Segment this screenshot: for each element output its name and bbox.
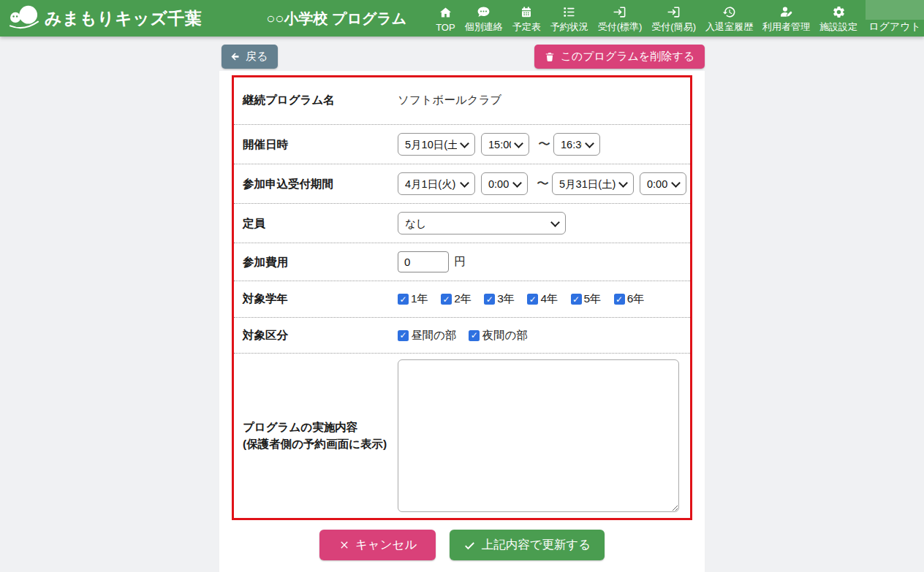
calendar-icon bbox=[520, 4, 533, 19]
schedule-start-time-select[interactable]: 15:00 bbox=[481, 133, 529, 156]
sign-in-icon bbox=[613, 4, 626, 19]
checkbox-checked-icon bbox=[527, 294, 538, 305]
grade-1-checkbox[interactable]: 1年 bbox=[398, 291, 428, 307]
form-row-fee: 参加費用 円 bbox=[234, 243, 690, 281]
categories-label: 対象区分 bbox=[243, 327, 398, 343]
update-button[interactable]: 上記内容で更新する bbox=[450, 530, 605, 560]
nav-item-reservation-status[interactable]: 予約状況 bbox=[548, 3, 591, 34]
grade-3-label: 3年 bbox=[497, 291, 515, 307]
schedule-date-select[interactable]: 5月10日(土) bbox=[398, 133, 475, 156]
period-end-time-select[interactable]: 0:00 bbox=[640, 172, 686, 195]
nav-label: 施設設定 bbox=[819, 20, 857, 34]
grade-2-checkbox[interactable]: 2年 bbox=[441, 291, 472, 307]
nav-item-reception-standard[interactable]: 受付(標準) bbox=[596, 3, 645, 34]
nav-item-top[interactable]: TOP bbox=[433, 4, 458, 33]
category-evening-label: 夜間の部 bbox=[482, 328, 527, 343]
toolbar-area: 戻る このプログラムを削除する bbox=[0, 37, 924, 71]
brand-logo[interactable]: みまもりキッズ千葉 bbox=[9, 3, 202, 34]
category-daytime-checkbox[interactable]: 昼間の部 bbox=[398, 328, 456, 343]
category-evening-checkbox[interactable]: 夜間の部 bbox=[469, 328, 527, 343]
tilde-separator: 〜 bbox=[537, 175, 549, 192]
nav-label: 個別連絡 bbox=[465, 20, 503, 34]
tilde-separator: 〜 bbox=[538, 136, 550, 153]
history-icon bbox=[722, 4, 736, 19]
schedule-end-time-select[interactable]: 16:30 bbox=[553, 133, 600, 156]
checkbox-checked-icon bbox=[571, 294, 582, 305]
delete-label: このプログラムを削除する bbox=[560, 50, 694, 64]
header-nav: TOP 個別連絡 予定表 予約状況 bbox=[433, 3, 860, 34]
form-actions: キャンセル 上記内容で更新する bbox=[232, 520, 692, 560]
program-name-value: ソフトボールクラブ bbox=[398, 93, 501, 108]
category-daytime-label: 昼間の部 bbox=[411, 328, 456, 343]
header: みまもりキッズ千葉 ○○小学校 プログラム TOP 個別連絡 予定表 bbox=[0, 0, 924, 37]
form-row-capacity: 定員 なし bbox=[234, 204, 690, 243]
description-label-line1: プログラムの実施内容 bbox=[243, 419, 398, 435]
capacity-label: 定員 bbox=[243, 216, 398, 232]
period-start-date-select[interactable]: 4月1日(火) bbox=[398, 172, 475, 195]
period-label: 参加申込受付期間 bbox=[243, 176, 398, 192]
checkbox-checked-icon bbox=[441, 294, 452, 305]
nav-item-facility-settings[interactable]: 施設設定 bbox=[817, 3, 860, 34]
form-row-description: プログラムの実施内容 (保護者側の予約画面に表示) bbox=[234, 354, 690, 518]
program-form-panel: 継続プログラム名 ソフトボールクラブ 開催日時 5月10日(土) 15:00 〜… bbox=[232, 75, 692, 520]
cancel-label: キャンセル bbox=[355, 537, 417, 553]
nav-label: 受付(簡易) bbox=[651, 20, 696, 34]
nav-label: 予約状況 bbox=[550, 20, 588, 34]
x-icon bbox=[338, 539, 350, 551]
nav-item-individual-contact[interactable]: 個別連絡 bbox=[463, 3, 505, 34]
grade-5-label: 5年 bbox=[584, 291, 602, 307]
grades-label: 対象学年 bbox=[243, 291, 398, 307]
form-row-schedule: 開催日時 5月10日(土) 15:00 〜 16:30 bbox=[234, 125, 690, 164]
fee-label: 参加費用 bbox=[243, 254, 398, 270]
nav-label: TOP bbox=[436, 22, 455, 33]
nav-item-schedule[interactable]: 予定表 bbox=[510, 3, 543, 34]
description-textarea[interactable] bbox=[398, 359, 679, 512]
content-column: 継続プログラム名 ソフトボールクラブ 開催日時 5月10日(土) 15:00 〜… bbox=[219, 71, 705, 572]
grade-1-label: 1年 bbox=[411, 291, 428, 307]
fee-unit: 円 bbox=[454, 254, 466, 270]
logout-button[interactable]: ログアウト bbox=[866, 0, 924, 37]
grade-2-label: 2年 bbox=[454, 291, 472, 307]
nav-label: 入退室履歴 bbox=[705, 20, 753, 34]
form-row-application-period: 参加申込受付期間 4月1日(火) 0:00 〜 5月31日(土) 0:00 bbox=[234, 164, 690, 204]
update-label: 上記内容で更新する bbox=[481, 537, 591, 553]
capacity-select[interactable]: なし bbox=[398, 212, 566, 234]
form-row-categories: 対象区分 昼間の部 夜間の部 bbox=[234, 318, 690, 354]
description-label: プログラムの実施内容 (保護者側の予約画面に表示) bbox=[243, 419, 398, 452]
grade-6-checkbox[interactable]: 6年 bbox=[614, 291, 645, 307]
grade-5-checkbox[interactable]: 5年 bbox=[571, 291, 602, 307]
grade-3-checkbox[interactable]: 3年 bbox=[484, 291, 515, 307]
page-title: ○○小学校 プログラム bbox=[266, 9, 406, 28]
grade-4-checkbox[interactable]: 4年 bbox=[527, 291, 558, 307]
mascot-icon bbox=[9, 3, 39, 34]
checkbox-checked-icon bbox=[398, 330, 409, 341]
nav-label: 受付(標準) bbox=[598, 20, 643, 34]
fee-input[interactable] bbox=[398, 251, 449, 272]
grade-4-label: 4年 bbox=[540, 291, 558, 307]
arrow-left-icon bbox=[230, 51, 241, 62]
logout-label: ログアウト bbox=[868, 20, 921, 37]
nav-item-reception-simple[interactable]: 受付(簡易) bbox=[649, 3, 698, 34]
back-button[interactable]: 戻る bbox=[221, 45, 278, 69]
nav-label: 利用者管理 bbox=[762, 20, 810, 34]
logout-highlight bbox=[866, 0, 924, 20]
checkbox-checked-icon bbox=[469, 330, 480, 341]
sign-in-icon bbox=[667, 4, 681, 19]
description-label-line2: (保護者側の予約画面に表示) bbox=[243, 436, 398, 452]
period-start-time-select[interactable]: 0:00 bbox=[481, 172, 528, 195]
gear-icon bbox=[832, 4, 846, 19]
list-icon bbox=[562, 4, 576, 19]
delete-program-button[interactable]: このプログラムを削除する bbox=[534, 45, 705, 69]
schedule-label: 開催日時 bbox=[243, 137, 398, 153]
program-name-label: 継続プログラム名 bbox=[243, 92, 398, 108]
check-icon bbox=[463, 539, 476, 552]
app: みまもりキッズ千葉 ○○小学校 プログラム TOP 個別連絡 予定表 bbox=[0, 0, 924, 572]
brand-name: みまもりキッズ千葉 bbox=[45, 7, 202, 30]
checkbox-checked-icon bbox=[614, 294, 625, 305]
cancel-button[interactable]: キャンセル bbox=[319, 530, 436, 560]
period-end-date-select[interactable]: 5月31日(土) bbox=[552, 172, 634, 195]
nav-item-user-management[interactable]: 利用者管理 bbox=[760, 3, 812, 34]
comment-icon bbox=[477, 4, 491, 19]
nav-item-entry-exit-history[interactable]: 入退室履歴 bbox=[703, 3, 755, 34]
home-icon bbox=[439, 6, 452, 20]
